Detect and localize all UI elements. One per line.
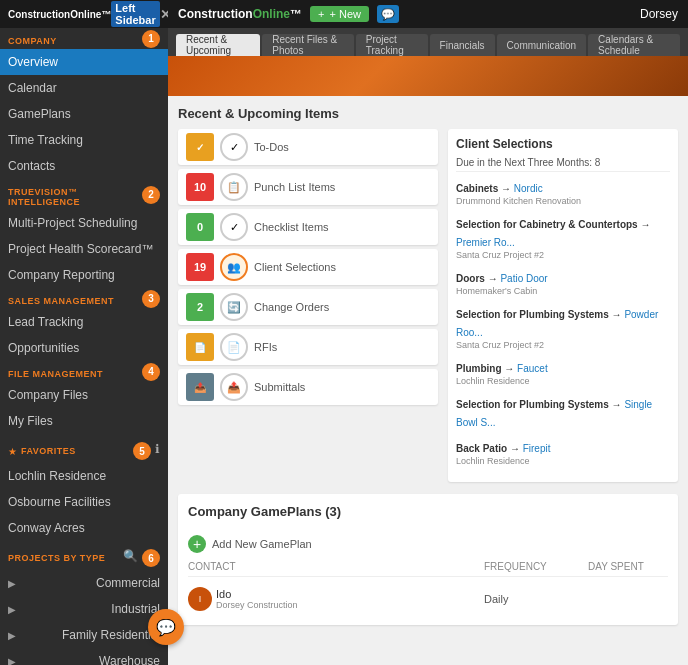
sidebar-item-company-reporting[interactable]: Company Reporting [0, 262, 168, 288]
gameplans-title: Company GamePlans (3) [188, 504, 341, 519]
changeorder-color-box: 2 [186, 293, 214, 321]
sidebar-item-family-residential[interactable]: ▶ Family Residential [0, 622, 168, 648]
search-projects-icon[interactable]: 🔍 [123, 549, 138, 567]
gp-frequency: Daily [484, 593, 584, 605]
projects-section-header: PROJECTS BY TYPE 🔍 6 [0, 541, 168, 570]
arrow-icon: ▶ [8, 578, 16, 589]
company-header: COMPANY [0, 28, 65, 49]
add-gameplan-row[interactable]: + Add New GamePlan [188, 535, 668, 553]
sidebar-item-warehouse[interactable]: ▶ Warehouse [0, 648, 168, 665]
tab-calendars[interactable]: Calendars & Schedule [588, 34, 680, 56]
left-sidebar: ConstructionOnline™ Left Sidebar ✕ COMPA… [0, 0, 168, 665]
todo-icon: ✓ [220, 133, 248, 161]
punchlist-icon: 📋 [220, 173, 248, 201]
gameplans-header: Company GamePlans (3) [188, 504, 668, 527]
list-item[interactable]: 📤 📤 Submittals [178, 369, 438, 405]
arrow-icon: ▶ [8, 656, 16, 666]
recent-section-title: Recent & Upcoming Items [178, 106, 678, 121]
list-item[interactable]: 19 👥 Client Selections [178, 249, 438, 285]
tab-project-tracking[interactable]: Project Tracking [356, 34, 428, 56]
todo-color-box: ✓ [186, 133, 214, 161]
list-item[interactable]: 10 📋 Punch List Items [178, 169, 438, 205]
favorites-info-icon[interactable]: ℹ [155, 442, 160, 460]
submittal-color-box: 📤 [186, 373, 214, 401]
items-list: ✓ ✓ To-Dos 10 📋 Punch List Items 0 ✓ Che… [178, 129, 438, 482]
client-selections-panel: Client Selections Due in the Next Three … [448, 129, 678, 482]
rfi-icon: 📄 [220, 333, 248, 361]
truevision-header: TRUEVISION™ INTELLIGENCE [0, 179, 142, 210]
sidebar-item-multiproject[interactable]: Multi-Project Scheduling [0, 210, 168, 236]
new-button[interactable]: + + New [310, 6, 369, 22]
sales-header: SALES MANAGEMENT [0, 288, 122, 309]
projects-header-label: PROJECTS BY TYPE [8, 553, 105, 563]
sidebar-item-gameplans[interactable]: GamePlans [0, 101, 168, 127]
gameplan-row[interactable]: I Ido Dorsey Construction Daily [188, 583, 668, 615]
tab-recent-files[interactable]: Recent Files & Photos [262, 34, 354, 56]
top-navigation: ConstructionOnline™ + + New 💬 Dorsey [168, 0, 688, 28]
content-area: Recent & Upcoming Items ✓ ✓ To-Dos 10 📋 … [168, 96, 688, 665]
list-item[interactable]: 📄 📄 RFIs [178, 329, 438, 365]
gameplans-col-headers: CONTACT FREQUENCY DAY SPENT [188, 561, 668, 577]
changeorder-label: Change Orders [254, 301, 329, 313]
sales-badge: 3 [142, 290, 160, 308]
sidebar-item-industrial[interactable]: ▶ Industrial [0, 596, 168, 622]
sidebar-item-overview[interactable]: Overview [0, 49, 168, 75]
client-panel-title: Client Selections [456, 137, 670, 151]
message-icon[interactable]: 💬 [377, 5, 399, 23]
client-entry[interactable]: Selection for Plumbing Systems → Powder … [456, 304, 670, 350]
gameplans-section: Company GamePlans (3) + Add New GamePlan… [178, 494, 678, 625]
sidebar-item-calendar[interactable]: Calendar [0, 75, 168, 101]
client-entry[interactable]: Selection for Cabinetry & Countertops → … [456, 214, 670, 260]
tab-recent-upcoming[interactable]: Recent & Upcoming [176, 34, 260, 56]
sidebar-item-lochlin[interactable]: Lochlin Residence [0, 463, 168, 489]
list-item[interactable]: 2 🔄 Change Orders [178, 289, 438, 325]
sidebar-item-company-files[interactable]: Company Files [0, 382, 168, 408]
client-entry[interactable]: Selection for Plumbing Systems → Single … [456, 394, 670, 430]
clientsel-color-box: 19 [186, 253, 214, 281]
sidebar-item-time-tracking[interactable]: Time Tracking [0, 127, 168, 153]
rfi-color-box: 📄 [186, 333, 214, 361]
list-item[interactable]: 0 ✓ Checklist Items [178, 209, 438, 245]
checklist-color-box: 0 [186, 213, 214, 241]
add-gameplan-button[interactable]: + [188, 535, 206, 553]
sidebar-item-contacts[interactable]: Contacts [0, 153, 168, 179]
col-frequency: FREQUENCY [484, 561, 584, 572]
sidebar-item-conway[interactable]: Conway Acres [0, 515, 168, 541]
app-logo: ConstructionOnline™ [178, 7, 302, 21]
recent-section: ✓ ✓ To-Dos 10 📋 Punch List Items 0 ✓ Che… [178, 129, 678, 482]
add-gameplan-label: Add New GamePlan [212, 538, 312, 550]
rfi-label: RFIs [254, 341, 277, 353]
tab-communication[interactable]: Communication [497, 34, 586, 56]
company-badge: 1 [142, 30, 160, 48]
left-sidebar-label: Left Sidebar [111, 1, 159, 27]
client-entry[interactable]: Plumbing → Faucet Lochlin Residence [456, 358, 670, 386]
punchlist-label: Punch List Items [254, 181, 335, 193]
close-sidebar-icon[interactable]: ✕ [160, 7, 168, 22]
file-header: FILE MANAGEMENT [0, 361, 111, 382]
col-contact: CONTACT [188, 561, 480, 572]
top-nav-left: ConstructionOnline™ + + New 💬 [178, 5, 399, 23]
client-entry[interactable]: Back Patio → Firepit Lochlin Residence [456, 438, 670, 466]
clientsel-icon: 👥 [220, 253, 248, 281]
list-item[interactable]: ✓ ✓ To-Dos [178, 129, 438, 165]
favorites-section-header: ★ FAVORITES 5 ℹ [0, 434, 168, 463]
sidebar-item-commercial[interactable]: ▶ Commercial [0, 570, 168, 596]
user-name: Dorsey [640, 7, 678, 21]
sidebar-item-lead-tracking[interactable]: Lead Tracking [0, 309, 168, 335]
truevision-section-header: TRUEVISION™ INTELLIGENCE 2 [0, 179, 168, 210]
contact-avatar: I [188, 587, 212, 611]
sidebar-item-health-scorecard[interactable]: Project Health Scorecard™ [0, 236, 168, 262]
punchlist-color-box: 10 [186, 173, 214, 201]
sidebar-item-my-files[interactable]: My Files [0, 408, 168, 434]
checklist-label: Checklist Items [254, 221, 329, 233]
client-entry[interactable]: Cabinets → Nordic Drummond Kitchen Renov… [456, 178, 670, 206]
arrow-icon: ▶ [8, 604, 16, 615]
client-entry[interactable]: Doors → Patio Door Homemaker's Cabin [456, 268, 670, 296]
sales-section-header: SALES MANAGEMENT 3 [0, 288, 168, 309]
changeorder-icon: 🔄 [220, 293, 248, 321]
sidebar-item-osbourne[interactable]: Osbourne Facilities [0, 489, 168, 515]
chat-bubble[interactable]: 💬 [148, 609, 184, 645]
tab-financials[interactable]: Financials [430, 34, 495, 56]
file-section-header: FILE MANAGEMENT 4 [0, 361, 168, 382]
sidebar-item-opportunities[interactable]: Opportunities [0, 335, 168, 361]
